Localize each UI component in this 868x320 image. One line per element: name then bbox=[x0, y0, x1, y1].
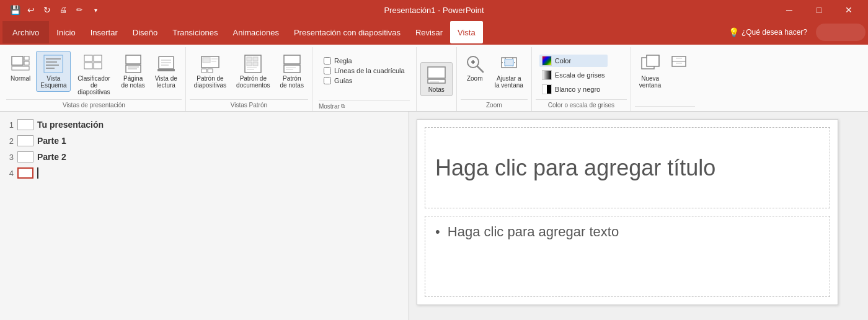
master-notes-button[interactable]: Patrónde notas bbox=[276, 51, 308, 92]
main-content: 1 Tu presentación 2 Parte 1 3 Parte 2 4 … bbox=[0, 112, 868, 320]
minimize-button[interactable]: ─ bbox=[775, 0, 804, 20]
mostrar-expand-icon[interactable]: ⧉ bbox=[341, 103, 345, 110]
ribbon: Normal VistaEsquema bbox=[0, 45, 868, 112]
outline-text-2: Parte 1 bbox=[37, 136, 66, 146]
outline-item-1: 1 Tu presentación bbox=[0, 117, 409, 133]
svg-rect-30 bbox=[253, 57, 258, 61]
ribbon-group-mostrar: Regla Líneas de la cuadrícula Guías Most… bbox=[312, 47, 417, 111]
master-doc-button[interactable]: Patrón dedocumentos bbox=[232, 51, 274, 92]
svg-rect-32 bbox=[253, 62, 258, 66]
customize-quick-btn[interactable]: ▾ bbox=[88, 2, 103, 17]
redo-quick-btn[interactable]: ↻ bbox=[40, 2, 55, 17]
svg-rect-10 bbox=[94, 55, 102, 61]
color-items: Color Escala de grises Blanco y negro bbox=[536, 52, 611, 98]
zoom-button[interactable]: Zoom bbox=[461, 51, 489, 85]
svg-rect-23 bbox=[203, 58, 210, 63]
notas-icon bbox=[427, 65, 446, 85]
outline-num-4: 4 bbox=[5, 169, 14, 178]
outline-view-label: VistaEsquema bbox=[40, 75, 66, 89]
classifier-view-button[interactable]: Clasificador dediapositivas bbox=[72, 51, 115, 99]
window-title: Presentación1 - PowerPoint bbox=[384, 6, 484, 15]
zoom-icon bbox=[465, 54, 485, 74]
new-window-button[interactable]: Nuevaventana bbox=[635, 51, 666, 92]
zoom-buttons: Zoom Ajustar ala ventana bbox=[461, 48, 528, 92]
master-slide-button[interactable]: Patrón dediapositivas bbox=[190, 51, 231, 92]
notas-label: Notas bbox=[428, 86, 445, 93]
restore-button[interactable]: □ bbox=[805, 0, 833, 20]
print-quick-btn[interactable]: 🖨 bbox=[56, 2, 71, 17]
menu-item-inicio[interactable]: Inicio bbox=[49, 21, 82, 43]
notes-page-view-button[interactable]: Páginade notas bbox=[117, 51, 149, 92]
menu-item-vista[interactable]: Vista bbox=[450, 21, 483, 43]
regla-checkbox-label[interactable]: Regla bbox=[324, 57, 405, 64]
master-doc-icon bbox=[243, 54, 263, 74]
svg-rect-36 bbox=[284, 65, 300, 73]
outline-thumb-3[interactable] bbox=[17, 151, 33, 162]
classifier-view-icon bbox=[84, 54, 104, 74]
color-item-bw[interactable]: Blanco y negro bbox=[539, 83, 608, 96]
more-window-button[interactable] bbox=[666, 51, 695, 78]
menu-item-archivo[interactable]: Archivo bbox=[2, 21, 49, 43]
help-button[interactable]: 💡 ¿Qué desea hacer? bbox=[722, 25, 813, 40]
color-item-color[interactable]: Color bbox=[539, 55, 608, 67]
quick-access-toolbar: 💾 ↩ ↻ 🖨 ✏ ▾ bbox=[5, 2, 105, 17]
guias-checkbox-label[interactable]: Guías bbox=[324, 77, 405, 84]
outline-num-1: 1 bbox=[5, 120, 14, 130]
notas-button[interactable]: Notas bbox=[420, 62, 453, 96]
lineas-checkbox-label[interactable]: Líneas de la cuadrícula bbox=[324, 67, 405, 74]
menu-item-revisar[interactable]: Revisar bbox=[408, 21, 450, 43]
outline-item-4: 4 bbox=[0, 165, 409, 181]
outline-thumb-2[interactable] bbox=[17, 135, 33, 146]
classifier-view-label: Clasificador dediapositivas bbox=[76, 75, 111, 96]
lineas-checkbox[interactable] bbox=[324, 67, 331, 74]
notes-page-view-icon bbox=[123, 54, 143, 74]
grises-label: Escala de grises bbox=[555, 71, 605, 79]
svg-rect-27 bbox=[208, 69, 213, 73]
outline-item-3: 3 Parte 2 bbox=[0, 149, 409, 165]
outline-item-2: 2 Parte 1 bbox=[0, 133, 409, 149]
outline-text-3: Parte 2 bbox=[37, 152, 66, 162]
normal-view-icon bbox=[11, 54, 30, 74]
slide-content-area[interactable]: • Haga clic para agregar texto bbox=[425, 216, 830, 297]
pen-quick-btn[interactable]: ✏ bbox=[72, 2, 87, 17]
menu-item-presentacion[interactable]: Presentación con diapositivas bbox=[286, 21, 408, 43]
normal-view-label: Normal bbox=[11, 75, 30, 82]
menu-item-transiciones[interactable]: Transiciones bbox=[165, 21, 225, 43]
more-window-icon bbox=[671, 54, 691, 74]
reading-view-button[interactable]: Vista delectura bbox=[151, 51, 182, 92]
svg-rect-13 bbox=[126, 55, 141, 64]
mostrar-group-label: Mostrar ⧉ bbox=[319, 100, 410, 111]
normal-view-button[interactable]: Normal bbox=[6, 51, 35, 85]
undo-quick-btn[interactable]: ↩ bbox=[24, 2, 38, 17]
svg-rect-2 bbox=[24, 61, 29, 65]
slide-area: Haga clic para agregar título • Haga cli… bbox=[409, 112, 868, 320]
menu-item-insertar[interactable]: Insertar bbox=[83, 21, 125, 43]
svg-rect-1 bbox=[24, 56, 29, 60]
regla-label: Regla bbox=[334, 57, 352, 64]
svg-rect-4 bbox=[44, 55, 63, 73]
slide-title-area[interactable]: Haga clic para agregar título bbox=[425, 127, 830, 208]
master-slide-label: Patrón dediapositivas bbox=[194, 75, 226, 89]
save-quick-btn[interactable]: 💾 bbox=[7, 2, 22, 17]
outline-thumb-4[interactable] bbox=[17, 167, 33, 179]
color-group-label: Color o escala de grises bbox=[536, 99, 627, 110]
regla-checkbox[interactable] bbox=[324, 57, 331, 64]
show-checkboxes: Regla Líneas de la cuadrícula Guías bbox=[319, 52, 410, 89]
slide-content-placeholder: • Haga clic para agregar texto bbox=[435, 224, 619, 240]
notes-page-view-label: Páginade notas bbox=[121, 75, 144, 89]
svg-rect-52 bbox=[647, 55, 659, 66]
outline-view-button[interactable]: VistaEsquema bbox=[36, 51, 71, 92]
outline-panel: 1 Tu presentación 2 Parte 1 3 Parte 2 4 bbox=[0, 112, 409, 320]
new-window-icon bbox=[640, 54, 660, 74]
svg-rect-39 bbox=[428, 67, 445, 78]
menu-bar-right: 💡 ¿Qué desea hacer? bbox=[722, 24, 866, 41]
menu-item-animaciones[interactable]: Animaciones bbox=[225, 21, 286, 43]
fit-window-button[interactable]: Ajustar ala ventana bbox=[490, 51, 528, 92]
outline-thumb-1[interactable] bbox=[17, 119, 33, 130]
guias-checkbox[interactable] bbox=[324, 77, 331, 84]
outline-text-1: Tu presentación bbox=[37, 120, 104, 130]
svg-rect-35 bbox=[284, 55, 300, 64]
close-button[interactable]: ✕ bbox=[835, 0, 863, 20]
menu-item-diseno[interactable]: Diseño bbox=[125, 21, 165, 43]
color-item-grises[interactable]: Escala de grises bbox=[539, 69, 608, 81]
